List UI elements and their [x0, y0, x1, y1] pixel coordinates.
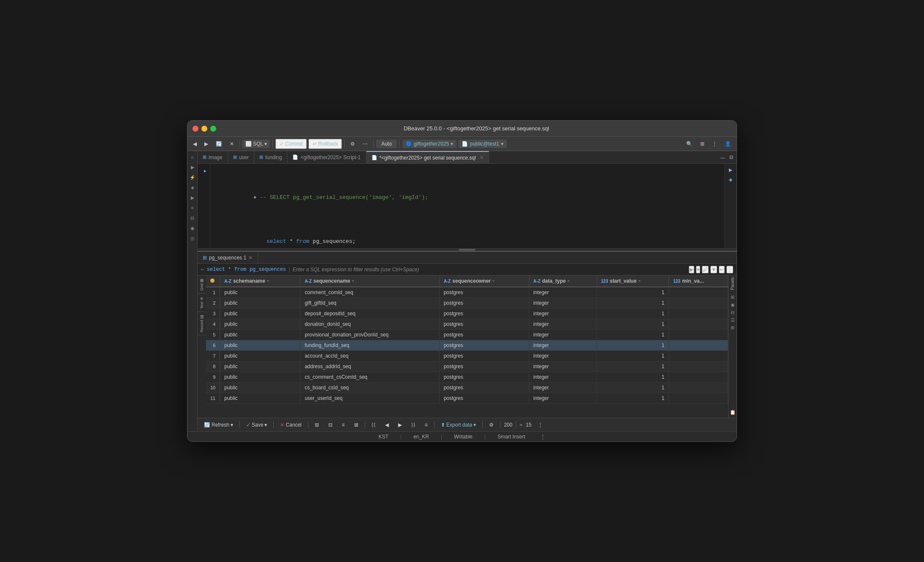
table-row[interactable]: 9 public cs_comment_csComId_seq postgres…	[206, 372, 728, 383]
row-count-options[interactable]: ⋮	[535, 421, 546, 429]
sidebar-icon-history[interactable]: ≡	[188, 204, 197, 212]
panels-label[interactable]: Panels	[730, 277, 735, 290]
sidebar-icon-nav[interactable]: ▶	[188, 193, 197, 202]
forward-button[interactable]: ▶	[201, 140, 211, 148]
table-row[interactable]: 1 public comment_comId_seq postgres inte…	[206, 287, 728, 298]
sidebar-icon-explain[interactable]: ◈	[188, 183, 197, 192]
filter-options-button[interactable]: ▼	[710, 266, 717, 273]
table-row[interactable]: 5 public provisional_donation_provDonId_…	[206, 330, 728, 340]
tab-funding[interactable]: ⊞ funding	[254, 151, 287, 163]
sidebar-icon-bookmark[interactable]: ◉	[188, 224, 197, 232]
grid-view-tab[interactable]: ⊞ Grid	[198, 275, 206, 294]
next-row-button[interactable]: ▶	[395, 421, 405, 429]
record-view-tab[interactable]: ☰ Record	[198, 312, 206, 335]
sidebar-icon-db[interactable]: ⊟	[188, 214, 197, 222]
cell-startvalue: 1	[597, 393, 669, 404]
sql-button[interactable]: ⬜ SQL ▾	[242, 140, 270, 148]
statusbar-sep-8	[516, 422, 516, 428]
data-grid[interactable]: A-Z schemaname ▾ A-Z sequencenam	[206, 275, 728, 418]
commit-button[interactable]: ✓ Commit	[275, 139, 307, 149]
save-button[interactable]: ✓ Save ▾	[243, 421, 270, 429]
prev-row-button[interactable]: ◀	[382, 421, 392, 429]
col-header-sequencename[interactable]: A-Z sequencename ▾	[300, 275, 439, 287]
database-selector[interactable]: 🔵 giftogether2025 ▾	[402, 140, 456, 148]
first-row-button[interactable]: ⟨⟨	[368, 421, 379, 429]
cell-schemaname: public	[220, 340, 300, 351]
results-tab-sequences[interactable]: ⊞ pg_sequences 1 ✕	[198, 252, 258, 263]
editor-code[interactable]: ● -- SELECT pg_get_serial_sequence('imag…	[210, 164, 724, 248]
table-row[interactable]: 8 public address_addrId_seq postgres int…	[206, 361, 728, 372]
cell-sequencename: provisional_donation_provDonId_seq	[300, 330, 439, 340]
panels-icon-4[interactable]: ☰	[729, 317, 737, 324]
back-button[interactable]: ◀	[190, 140, 200, 148]
table-name: pg_sequences;	[309, 238, 355, 245]
compact-button[interactable]: ⊠	[351, 421, 361, 429]
filter-run-button[interactable]: ▶	[689, 266, 694, 273]
table-row[interactable]: 11 public user_userId_seq postgres integ…	[206, 393, 728, 404]
row-num-header[interactable]	[206, 275, 220, 287]
table-row[interactable]: 10 public cs_board_csId_seq postgres int…	[206, 383, 728, 393]
panels-icon-3[interactable]: ⊟	[729, 309, 737, 317]
rows-button[interactable]: ≡	[339, 421, 348, 429]
minimize-panel-button[interactable]: —	[719, 154, 727, 161]
tab-close-sequence[interactable]: ✕	[480, 155, 484, 160]
text-view-tab[interactable]: ≡ Text	[198, 294, 206, 312]
col-header-datatype[interactable]: A-Z data_type ▾	[529, 275, 597, 287]
col-header-startvalue[interactable]: 123 start_value ▾	[597, 275, 669, 287]
format-button[interactable]: ⊞	[312, 421, 322, 429]
sql-editor[interactable]: ▶ ● -- SELECT pg_get_serial_sequence('im…	[198, 164, 737, 248]
minimize-button[interactable]	[201, 126, 207, 132]
stop-button[interactable]: ✕	[227, 140, 237, 148]
refresh-button[interactable]: 🔄 Refresh ▾	[201, 421, 236, 429]
col-header-sequenceowner[interactable]: A-Z sequenceowner ▾	[439, 275, 529, 287]
insert-mode-options[interactable]: ⋮	[537, 434, 549, 440]
col-header-minval[interactable]: 123 min_va...	[669, 275, 728, 287]
sidebar-icon-play[interactable]: ▶	[188, 163, 197, 171]
tab-sequence[interactable]: 📄 *<giftogether2025> get serial sequence…	[366, 151, 489, 163]
grid-view-button[interactable]: ⊞	[697, 140, 707, 148]
panels-icon-bottom[interactable]: 📋	[729, 408, 737, 416]
statusbar-sep-7	[500, 422, 500, 428]
results-tab-close[interactable]: ✕	[248, 255, 253, 261]
search-button[interactable]: 🔍	[683, 140, 696, 148]
col-header-schemaname[interactable]: A-Z schemaname ▾	[220, 275, 300, 287]
refresh-toolbar-button[interactable]: 🔄	[213, 140, 225, 148]
last-row-button[interactable]: ⟩⟩	[408, 421, 418, 429]
avatar-button[interactable]: 👤	[722, 140, 734, 148]
cancel-button[interactable]: ✕ Cancel	[277, 421, 304, 429]
filter-more-button[interactable]: ⋮	[726, 266, 733, 273]
filter-clear-button[interactable]: ↩	[719, 266, 725, 273]
restore-panel-button[interactable]: ⊡	[728, 154, 735, 161]
more-options-button[interactable]: ⋮	[709, 140, 720, 148]
panels-icon-2[interactable]: ◉	[729, 301, 737, 309]
tab-image[interactable]: ⊞ image	[198, 151, 228, 163]
columns-button[interactable]: ⊟	[325, 421, 336, 429]
sidebar-icon-code[interactable]: ◎	[188, 234, 197, 242]
select-row-button[interactable]: ≡	[422, 421, 431, 429]
table-row[interactable]: 4 public donation_donId_seq postgres int…	[206, 319, 728, 330]
table-row[interactable]: 2 public gift_giftId_seq postgres intege…	[206, 298, 728, 309]
filter-format-button[interactable]: 🖊	[702, 266, 709, 273]
rollback-button[interactable]: ↩ Rollback	[308, 139, 342, 149]
tab-script1[interactable]: 📄 <giftogether2025> Script-1	[287, 151, 366, 163]
export-button[interactable]: ⬆ Export data ▾	[438, 421, 479, 429]
sidebar-icon-home[interactable]: ⌂	[188, 153, 197, 161]
run-query-button[interactable]: ▶	[726, 165, 735, 174]
table-row[interactable]: 6 public funding_fundId_seq postgres int…	[206, 340, 728, 351]
explain-button[interactable]: ◈	[726, 175, 735, 184]
settings-button[interactable]: ⚙	[486, 421, 497, 429]
filter-dropdown-button[interactable]: ▾	[696, 266, 700, 273]
panels-icon-1[interactable]: ⊞	[729, 294, 737, 301]
more-button[interactable]: ⋯	[360, 140, 371, 148]
schema-selector[interactable]: 📄 public@test1 ▾	[458, 140, 507, 148]
panels-icon-5[interactable]: ⊞	[729, 324, 737, 332]
table-row[interactable]: 7 public account_accId_seq postgres inte…	[206, 351, 728, 361]
filter-expression-input[interactable]: Enter a SQL expression to filter results…	[292, 267, 686, 273]
maximize-button[interactable]	[210, 126, 216, 132]
table-row[interactable]: 3 public deposit_depositId_seq postgres …	[206, 309, 728, 319]
export-icon: ⬆	[441, 422, 445, 428]
tab-user[interactable]: ⊞ user	[228, 151, 254, 163]
sidebar-icon-run[interactable]: ⚡	[188, 173, 197, 182]
close-button[interactable]	[192, 126, 198, 132]
transaction-button[interactable]: ⚙	[347, 140, 358, 148]
